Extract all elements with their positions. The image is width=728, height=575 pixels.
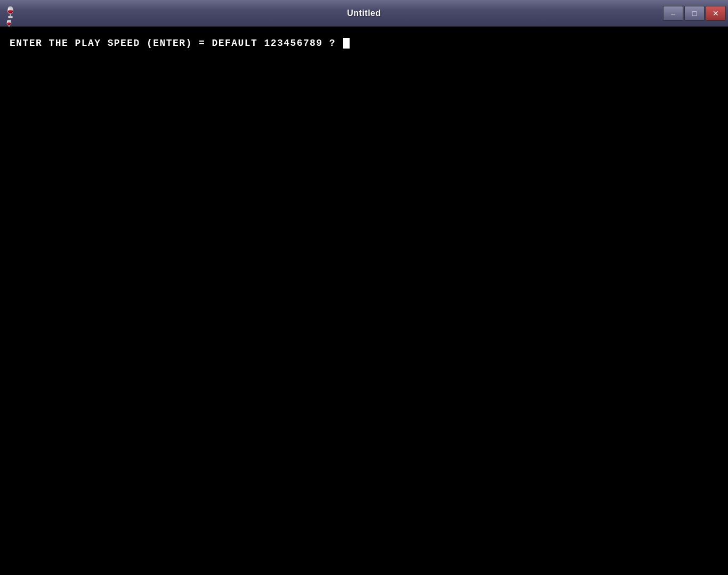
minimize-button[interactable]: – [663,6,683,21]
title-bar-center: Untitled [347,9,381,18]
title-bar-left: 🍷 [2,6,17,21]
close-button[interactable]: ✕ [706,6,726,21]
terminal-area: ENTER THE PLAY SPEED (ENTER) = DEFAULT 1… [0,27,728,575]
window-title: Untitled [347,9,381,18]
terminal-line: ENTER THE PLAY SPEED (ENTER) = DEFAULT 1… [10,38,718,49]
app-icon: 🍷 [2,6,17,21]
terminal-cursor [343,38,350,49]
title-bar-controls: – □ ✕ [663,6,726,21]
maximize-button[interactable]: □ [684,6,705,21]
wine-glass-icon: 🍷 [4,6,15,21]
title-bar: 🍷 Untitled – □ ✕ [0,0,728,27]
terminal-prompt: ENTER THE PLAY SPEED (ENTER) = DEFAULT 1… [10,38,342,49]
